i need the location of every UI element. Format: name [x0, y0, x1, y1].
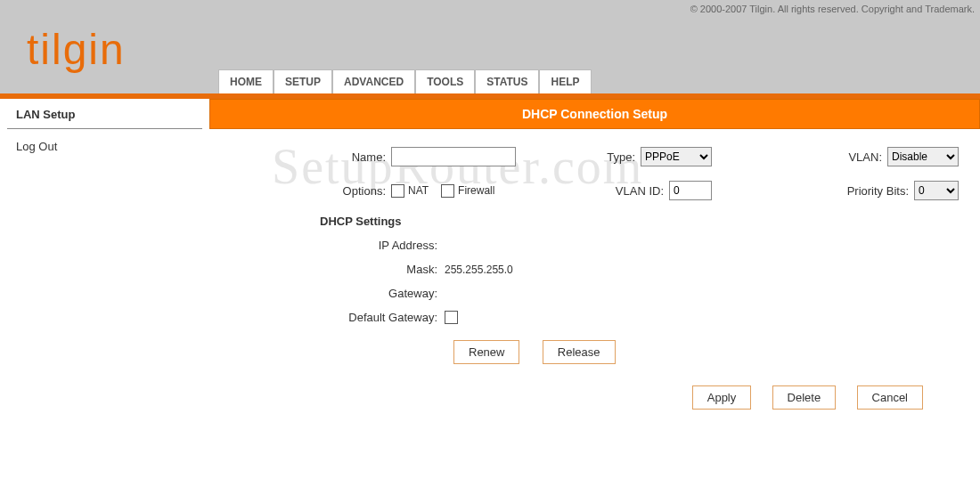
- vlan-select[interactable]: Disable: [887, 147, 959, 166]
- panel-title: DHCP Connection Setup: [209, 99, 980, 129]
- main-nav: HOME SETUP ADVANCED TOOLS STATUS HELP: [218, 69, 592, 93]
- cancel-button[interactable]: Cancel: [857, 385, 923, 410]
- mask-label: Mask:: [320, 263, 445, 276]
- sidebar-section-title: LAN Setup: [7, 99, 202, 129]
- main-panel: DHCP Connection Setup SetupRouter.com Na…: [209, 99, 980, 418]
- priority-bits-label: Priority Bits:: [847, 184, 914, 198]
- name-input[interactable]: [391, 147, 516, 166]
- mask-value: 255.255.255.0: [445, 264, 513, 276]
- release-button[interactable]: Release: [543, 340, 616, 364]
- firewall-label: Firewall: [458, 184, 494, 197]
- sidebar: LAN Setup Log Out: [0, 99, 209, 418]
- default-gateway-label: Default Gateway:: [320, 311, 445, 324]
- nav-status[interactable]: STATUS: [475, 69, 539, 93]
- header-bar: © 2000-2007 Tilgin. All rights reserved.…: [0, 0, 980, 93]
- vlan-id-input[interactable]: [669, 181, 712, 200]
- dhcp-heading: DHCP Settings: [320, 215, 959, 228]
- dhcp-settings-block: DHCP Settings IP Address: Mask: 255.255.…: [320, 215, 959, 364]
- options-label: Options:: [343, 184, 391, 198]
- nav-help[interactable]: HELP: [539, 69, 591, 93]
- nav-tools[interactable]: TOOLS: [415, 69, 475, 93]
- sidebar-logout[interactable]: Log Out: [0, 129, 209, 164]
- firewall-checkbox[interactable]: [441, 184, 454, 198]
- nat-label: NAT: [408, 184, 429, 197]
- delete-button[interactable]: Delete: [772, 385, 837, 410]
- name-label: Name:: [352, 150, 391, 164]
- nav-advanced[interactable]: ADVANCED: [332, 69, 415, 93]
- priority-bits-select[interactable]: 0: [914, 181, 959, 200]
- ip-address-label: IP Address:: [320, 239, 445, 252]
- nav-setup[interactable]: SETUP: [274, 69, 332, 93]
- nav-home[interactable]: HOME: [218, 69, 274, 93]
- type-label: Type:: [607, 150, 641, 164]
- apply-button[interactable]: Apply: [692, 385, 752, 410]
- default-gateway-checkbox[interactable]: [445, 311, 458, 324]
- vlan-label: VLAN:: [848, 150, 887, 164]
- gateway-label: Gateway:: [320, 287, 445, 300]
- logo: tilgin: [27, 25, 126, 74]
- copyright-text: © 2000-2007 Tilgin. All rights reserved.…: [690, 4, 975, 14]
- nat-checkbox[interactable]: [391, 184, 404, 198]
- type-select[interactable]: PPPoE: [641, 147, 712, 166]
- renew-button[interactable]: Renew: [453, 340, 519, 364]
- vlan-id-label: VLAN ID:: [616, 184, 669, 198]
